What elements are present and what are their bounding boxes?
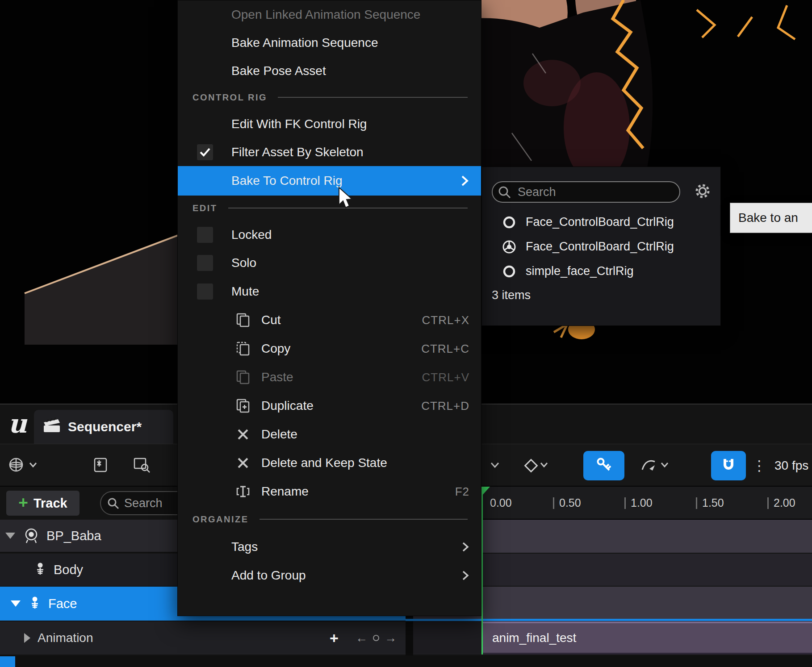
menu-section-edit: EDIT xyxy=(178,196,481,221)
tooltip-text: Bake to an xyxy=(738,211,798,225)
menu-item-add-to-group[interactable]: Add to Group xyxy=(178,561,481,590)
keyframe-options-dropdown[interactable] xyxy=(526,444,548,487)
tab-sequencer[interactable]: Sequencer* xyxy=(34,410,173,444)
cut-icon xyxy=(234,313,251,328)
submenu-arrow-icon xyxy=(460,174,469,188)
gear-icon[interactable] xyxy=(694,182,712,202)
submenu-arrow-icon xyxy=(461,569,469,582)
ruler-tick xyxy=(696,497,697,509)
chevron-down-icon xyxy=(29,462,37,470)
curve-pen-icon xyxy=(640,457,657,474)
checkbox-unchecked[interactable] xyxy=(197,226,213,243)
control-rig-ring-icon xyxy=(502,215,517,229)
create-sequence-button[interactable] xyxy=(92,444,108,487)
keyframe-nav-controls[interactable]: ← → xyxy=(356,631,397,645)
snapping-options-kebab[interactable]: ⋮ xyxy=(752,444,766,487)
rig-item-simple-face[interactable]: simple_face_CtrlRig xyxy=(482,259,720,283)
prev-key-icon[interactable]: ← xyxy=(356,631,368,645)
menu-item-copy[interactable]: Copy CTRL+C xyxy=(178,334,481,363)
checkbox-unchecked[interactable] xyxy=(197,283,213,300)
auto-key-button[interactable] xyxy=(583,451,624,480)
scrollbar-thumb[interactable] xyxy=(0,656,15,667)
globe-icon xyxy=(7,456,25,475)
expand-arrow-down-icon[interactable] xyxy=(5,533,15,539)
check-icon xyxy=(199,147,211,157)
clapperboard-icon xyxy=(43,417,61,437)
rig-search-field[interactable] xyxy=(492,181,680,203)
menu-item-edit-with-fk-control-rig[interactable]: Edit With FK Control Rig xyxy=(178,110,481,138)
track-label-animation: Animation xyxy=(38,631,93,645)
rig-item-face-controlboard-2[interactable]: Face_ControlBoard_CtrlRig xyxy=(482,234,720,259)
copy-icon xyxy=(234,341,251,356)
track-row-animation[interactable]: Animation + ← → xyxy=(0,621,406,654)
rig-search-input[interactable] xyxy=(492,181,680,203)
world-options-button[interactable] xyxy=(7,444,37,487)
section-divider xyxy=(260,519,468,520)
menu-item-duplicate[interactable]: Duplicate CTRL+D xyxy=(178,392,481,420)
tooltip: Bake to an xyxy=(730,203,812,233)
expand-arrow-right-icon[interactable] xyxy=(24,633,30,643)
track-label-bp-baba: BP_Baba xyxy=(46,529,101,543)
rig-item-face-controlboard[interactable]: Face_ControlBoard_CtrlRig xyxy=(482,210,720,234)
menu-item-delete[interactable]: Delete xyxy=(178,420,481,449)
animation-clip-label: anim_final_test xyxy=(492,631,576,645)
checkbox-unchecked[interactable] xyxy=(197,254,213,271)
tab-sequencer-label: Sequencer* xyxy=(68,419,142,434)
submenu-arrow-icon xyxy=(461,541,469,553)
ruler-tick-label: 0.50 xyxy=(559,496,581,509)
menu-item-bake-animation-sequence[interactable]: Bake Animation Sequence xyxy=(178,29,481,57)
menu-item-bake-to-control-rig[interactable]: Bake To Control Rig xyxy=(178,166,481,196)
paste-icon xyxy=(234,370,251,385)
chevron-down-icon xyxy=(540,462,548,470)
playhead-marker[interactable] xyxy=(483,487,491,495)
context-menu: Open Linked Animation Sequence Bake Anim… xyxy=(177,0,481,616)
add-key-icon[interactable] xyxy=(373,635,379,641)
face-selection-line xyxy=(406,619,812,621)
control-rig-wheel-icon xyxy=(502,239,517,254)
plus-icon: + xyxy=(18,494,28,511)
find-in-content-browser-button[interactable] xyxy=(133,444,151,487)
track-label-body: Body xyxy=(54,563,83,577)
add-track-button[interactable]: + Track xyxy=(6,491,80,516)
skeleton-icon xyxy=(33,562,47,577)
ruler-tick xyxy=(553,497,554,509)
delete-x-icon xyxy=(234,456,251,470)
menu-item-bake-pose-asset[interactable]: Bake Pose Asset xyxy=(178,57,481,85)
next-key-icon[interactable]: → xyxy=(385,631,397,645)
horizontal-scrollbar[interactable] xyxy=(0,655,812,667)
chevron-down-icon xyxy=(661,462,669,470)
keyframe-diamond-icon xyxy=(524,459,538,472)
add-animation-button[interactable]: + xyxy=(330,629,339,647)
add-track-label: Track xyxy=(33,496,67,511)
expand-arrow-down-icon[interactable] xyxy=(11,600,21,607)
create-sequence-icon xyxy=(92,456,108,475)
ruler-tick-label: 2.00 xyxy=(774,496,795,509)
animation-clip[interactable]: anim_final_test xyxy=(482,621,812,654)
menu-item-filter-asset-by-skeleton[interactable]: Filter Asset By Skeleton xyxy=(178,138,481,166)
track-label-face: Face xyxy=(48,596,77,611)
curve-editor-dropdown[interactable] xyxy=(640,444,669,487)
menu-item-paste: Paste CTRL+V xyxy=(178,363,481,392)
control-rig-ring-icon xyxy=(502,264,517,279)
playhead-line[interactable] xyxy=(481,487,483,654)
kebab-icon: ⋮ xyxy=(752,457,766,474)
ruler-tick-label: 0.00 xyxy=(490,496,512,509)
menu-item-tags[interactable]: Tags xyxy=(178,533,481,561)
menu-item-cut[interactable]: Cut CTRL+X xyxy=(178,306,481,334)
find-in-content-browser-icon xyxy=(133,456,151,475)
menu-item-delete-and-keep-state[interactable]: Delete and Keep State xyxy=(178,449,481,477)
playback-options-dropdown[interactable] xyxy=(490,444,499,487)
duplicate-icon xyxy=(234,398,251,413)
menu-item-rename[interactable]: Rename F2 xyxy=(178,477,481,506)
menu-item-solo[interactable]: Solo xyxy=(178,249,481,277)
fps-label[interactable]: 30 fps xyxy=(774,444,808,487)
ruler-tick xyxy=(767,497,769,509)
ruler-tick-label: 1.50 xyxy=(702,496,724,509)
section-divider xyxy=(278,97,468,98)
checkbox-checked[interactable] xyxy=(197,144,213,161)
menu-item-mute[interactable]: Mute xyxy=(178,277,481,306)
chevron-down-icon xyxy=(490,462,499,470)
menu-item-locked[interactable]: Locked xyxy=(178,221,481,249)
delete-x-icon xyxy=(234,428,251,441)
snapping-magnet-button[interactable] xyxy=(711,451,746,480)
